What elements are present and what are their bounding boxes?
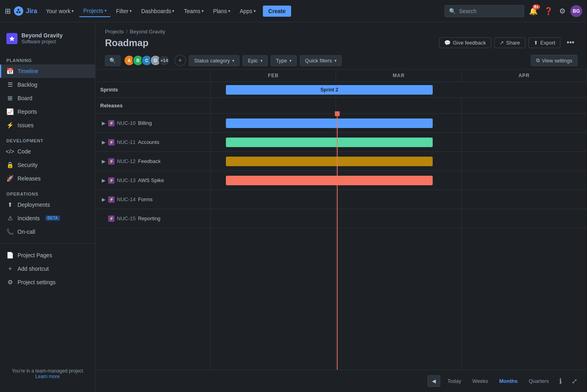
jira-logo[interactable]: Jira: [14, 6, 37, 16]
sidebar-item-project-pages[interactable]: 📄 Project Pages: [0, 248, 95, 262]
sidebar-divider: [0, 243, 95, 244]
search-icon: 🔍: [449, 8, 456, 14]
add-assignee-button[interactable]: +: [175, 55, 186, 66]
reports-icon: 📈: [6, 108, 14, 115]
months-button[interactable]: Months: [495, 376, 521, 386]
expand-icon[interactable]: ▶: [100, 196, 107, 203]
bar-nuc11: [226, 138, 433, 147]
sidebar-item-releases[interactable]: 🚀 Releases: [0, 172, 95, 185]
nav-plans[interactable]: Plans ▾: [209, 6, 234, 17]
nav-filter[interactable]: Filter ▾: [112, 6, 136, 17]
chevron-icon: ▾: [130, 9, 132, 13]
gantt-container: FEB MAR APR Sprints Releases: [95, 70, 587, 392]
sidebar-item-oncall[interactable]: 📞 On-call: [0, 225, 95, 239]
issue-title-nuc15: Reporting: [138, 215, 160, 221]
sidebar: Beyond Gravity Software project PLANNING…: [0, 22, 95, 392]
nav-teams[interactable]: Teams ▾: [180, 6, 207, 17]
create-button[interactable]: Create: [263, 6, 292, 17]
shortcut-icon: ＋: [6, 265, 14, 272]
page-title: Roadmap: [105, 37, 148, 49]
sidebar-item-project-settings[interactable]: ⚙ Project settings: [0, 276, 95, 289]
issue-row-nuc11[interactable]: ▶ ⚡ NUC-11 Accounts: [95, 133, 210, 152]
expand-icon[interactable]: ▶: [100, 177, 107, 184]
expand-icon[interactable]: ▶: [100, 120, 107, 126]
breadcrumb-projects[interactable]: Projects: [105, 29, 124, 35]
prev-button[interactable]: ◀: [428, 375, 440, 387]
issue-row-nuc14[interactable]: ▶ ⚡ NUC-14 Forms: [95, 190, 210, 209]
sidebar-item-deployments[interactable]: ⬆ Deployments: [0, 198, 95, 212]
quick-filters[interactable]: Quick filters ▾: [300, 55, 342, 66]
chevron-icon: ▾: [228, 9, 230, 13]
issue-row-nuc10[interactable]: ▶ ⚡ NUC-10 Billing: [95, 114, 210, 133]
notification-badge: 9+: [533, 4, 540, 10]
sidebar-item-add-shortcut[interactable]: ＋ Add shortcut: [0, 262, 95, 276]
sidebar-item-backlog[interactable]: ☰ Backlog: [0, 78, 95, 91]
beta-badge: BETA: [45, 215, 60, 221]
weeks-button[interactable]: Weeks: [468, 376, 492, 386]
epic-icon-nuc14: ⚡: [108, 196, 115, 203]
more-options-button[interactable]: •••: [564, 37, 577, 49]
type-filter[interactable]: Type ▾: [271, 55, 297, 66]
board-icon: ⊞: [6, 95, 14, 102]
chevron-icon: ▾: [260, 58, 262, 63]
sidebar-item-reports[interactable]: 📈 Reports: [0, 105, 95, 118]
bar-nuc13: [226, 176, 433, 185]
today-marker: [335, 111, 340, 116]
nav-your-work[interactable]: Your work ▾: [42, 6, 78, 17]
issue-row-nuc15[interactable]: ▶ ⚡ NUC-15 Reporting: [95, 209, 210, 228]
bar-row-nuc11: [211, 133, 587, 152]
nav-apps[interactable]: Apps ▾: [236, 6, 260, 17]
give-feedback-button[interactable]: 💬 Give feedback: [439, 37, 491, 48]
epic-filter[interactable]: Epic ▾: [243, 55, 267, 66]
search-box[interactable]: 🔍 Search: [445, 5, 524, 17]
bar-row-nuc15: [211, 209, 587, 228]
sprint-row: Sprint 2: [211, 82, 587, 98]
sidebar-item-issues[interactable]: ⚡ Issues: [0, 118, 95, 132]
toolbar-search-button[interactable]: 🔍: [105, 55, 121, 66]
view-settings-button[interactable]: ⧉ View settings: [531, 55, 577, 66]
chevron-icon: ▾: [232, 58, 234, 63]
issues-icon: ⚡: [6, 122, 14, 129]
sidebar-item-timeline[interactable]: 📅 Timeline: [0, 64, 95, 78]
sidebar-item-board[interactable]: ⊞ Board: [0, 91, 95, 105]
status-category-filter[interactable]: Status category ▾: [189, 55, 239, 66]
sidebar-item-incidents[interactable]: ⚠ Incidents BETA: [0, 212, 95, 225]
nav-dashboards[interactable]: Dashboards ▾: [137, 6, 179, 17]
main-content: Projects / Beyond Gravity Roadmap 💬 Give…: [95, 22, 587, 392]
code-icon: </>: [6, 148, 14, 155]
issue-row-nuc13[interactable]: ▶ ⚡ NUC-13 AWS Spike: [95, 171, 210, 190]
development-section-label: DEVELOPMENT: [0, 135, 95, 145]
info-button[interactable]: ℹ: [556, 375, 565, 387]
sprints-section-row: Sprints: [95, 82, 210, 98]
today-line: [337, 114, 338, 370]
sidebar-item-security[interactable]: 🔒 Security: [0, 158, 95, 172]
bar-nuc12: [226, 157, 433, 166]
help-button[interactable]: ❓: [542, 5, 554, 17]
learn-more-link[interactable]: Learn more: [35, 374, 60, 379]
releases-icon: 🚀: [6, 175, 14, 182]
deployments-icon: ⬆: [6, 201, 14, 208]
user-avatar[interactable]: BG: [570, 5, 582, 17]
expand-icon[interactable]: ▶: [100, 158, 107, 165]
grid-icon[interactable]: ⊞: [5, 7, 11, 16]
releases-section-row: Releases: [95, 98, 210, 114]
quarters-button[interactable]: Quarters: [525, 376, 553, 386]
releases-bar-row: [211, 98, 587, 114]
export-button[interactable]: ⬆ Export: [529, 37, 561, 48]
expand-button[interactable]: ⤢: [568, 375, 581, 387]
avatar-count[interactable]: +14: [159, 55, 170, 66]
notifications-button[interactable]: 🔔 9+: [527, 5, 539, 17]
breadcrumb: Projects / Beyond Gravity: [105, 29, 577, 35]
share-button[interactable]: ↗ Share: [494, 37, 525, 48]
bar-row-nuc12: [211, 152, 587, 171]
issue-row-nuc12[interactable]: ▶ ⚡ NUC-12 Feedback: [95, 152, 210, 171]
backlog-icon: ☰: [6, 81, 14, 88]
expand-icon[interactable]: ▶: [100, 139, 107, 146]
settings-button[interactable]: ⚙: [558, 5, 567, 17]
today-button[interactable]: Today: [443, 376, 465, 386]
incidents-icon: ⚠: [6, 215, 14, 222]
breadcrumb-project[interactable]: Beyond Gravity: [130, 29, 165, 35]
sidebar-item-code[interactable]: </> Code: [0, 145, 95, 158]
nav-projects[interactable]: Projects ▾: [79, 5, 111, 17]
issue-key-nuc12: NUC-12: [117, 158, 136, 164]
